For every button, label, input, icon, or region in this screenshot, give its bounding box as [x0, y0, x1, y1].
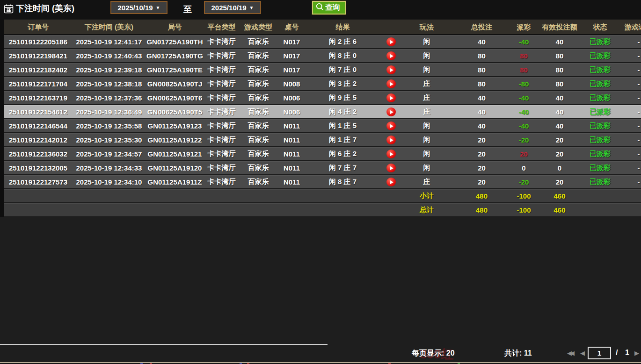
result-cell: 闲 1 庄 7 [306, 136, 379, 144]
table-row[interactable]: 251019122127573 2025-10-19 12:34:10 GN01… [4, 175, 641, 189]
replay-icon[interactable] [386, 37, 396, 46]
replay-cell [379, 65, 403, 75]
column-header-bet_time: 下注时间 (美东) [72, 23, 146, 32]
replay-icon[interactable] [386, 51, 396, 60]
table-no-cell: N017 [277, 52, 306, 60]
dropdown-arrow-icon: ▼ [156, 5, 160, 10]
page-number-input[interactable] [588, 347, 611, 359]
total-bet-cell: 80 [450, 66, 513, 74]
round-no-cell: GN00625A190T5 [146, 108, 204, 116]
table-row[interactable]: 251019122142012 2025-10-19 12:35:30 GN01… [4, 133, 641, 147]
bet-side-cell: 庄 [403, 79, 450, 88]
table-no-cell: N008 [277, 80, 306, 88]
game-type-cell: 百家乐 [240, 178, 277, 186]
replay-icon[interactable] [386, 178, 396, 186]
replay-icon[interactable] [386, 121, 396, 130]
round-no-cell: GN01125A19120 [146, 164, 204, 172]
subtotal-row: 小计 480 -100 460 [4, 189, 641, 203]
result-cell: 闲 9 庄 5 [306, 93, 379, 102]
replay-icon[interactable] [386, 164, 396, 172]
query-button[interactable]: 查询 [312, 1, 346, 14]
order-no-cell: 251019122136032 [4, 150, 72, 158]
replay-cell [379, 178, 403, 187]
bet-side-cell: 闲 [403, 51, 450, 60]
status-cell: 已派彩 [585, 136, 615, 144]
game-detail-cell: - [615, 136, 641, 144]
game-type-cell: 百家乐 [240, 107, 277, 116]
game-type-cell: 百家乐 [240, 150, 277, 158]
table-row[interactable]: 251019122136032 2025-10-19 12:34:57 GN01… [4, 147, 641, 161]
round-no-cell: GN00825A190TJ [146, 80, 204, 88]
order-no-cell: 251019122127573 [4, 178, 72, 186]
order-no-cell: 251019122146544 [4, 122, 72, 130]
table-row[interactable]: 251019122205186 2025-10-19 12:41:17 GN01… [4, 35, 641, 49]
replay-icon[interactable] [386, 150, 396, 158]
replay-cell [379, 37, 403, 47]
bet-time-cell: 2025-10-19 12:34:10 [72, 178, 146, 186]
bet-side-cell: 庄 [403, 107, 450, 116]
bet-side-cell: 庄 [403, 178, 450, 186]
status-cell: 已派彩 [585, 65, 615, 74]
column-header-detail: 游戏详情 [615, 23, 641, 32]
payout-cell: -20 [513, 136, 534, 144]
table-no-cell: N006 [277, 108, 306, 116]
bet-time-cell: 2025-10-19 12:39:18 [72, 66, 146, 74]
replay-cell [379, 107, 403, 117]
payout-cell: -40 [513, 108, 534, 116]
game-detail-cell: - [615, 150, 641, 158]
payout-cell: 80 [513, 66, 534, 74]
status-cell: 已派彩 [585, 93, 615, 102]
table-no-cell: N011 [277, 178, 306, 186]
column-header-game_type: 游戏类型 [240, 23, 277, 32]
table-row[interactable]: 251019122132005 2025-10-19 12:34:33 GN01… [4, 161, 641, 175]
result-cell: 闲 8 庄 0 [306, 51, 379, 60]
column-header-status: 状态 [585, 23, 615, 32]
table-row[interactable]: 251019122146544 2025-10-19 12:35:58 GN01… [4, 119, 641, 133]
status-cell: 已派彩 [585, 107, 615, 116]
replay-icon[interactable] [386, 79, 396, 88]
table-row[interactable]: 251019122154612 2025-10-19 12:36:49 GN00… [4, 105, 641, 119]
table-no-cell: N017 [277, 66, 306, 74]
total-bet-cell: 40 [450, 38, 513, 46]
round-no-cell: GN01725A190TH [146, 38, 204, 46]
table-row[interactable]: 251019122182402 2025-10-19 12:39:18 GN01… [4, 63, 641, 77]
round-no-cell: GN01125A19123 [146, 122, 204, 130]
replay-icon[interactable] [386, 136, 396, 144]
table-row[interactable]: 251019122163719 2025-10-19 12:37:36 GN00… [4, 91, 641, 105]
valid-bet-cell: 20 [534, 178, 585, 186]
replay-icon[interactable] [386, 65, 396, 74]
game-detail-cell: - [615, 94, 641, 102]
replay-icon[interactable] [386, 107, 396, 116]
bet-side-cell: 闲 [403, 37, 450, 46]
column-header-order_no: 订单号 [4, 23, 72, 32]
game-detail-cell: - [615, 178, 641, 186]
game-type-cell: 百家乐 [240, 136, 277, 144]
round-no-cell: GN01125A19121 [146, 150, 204, 158]
calendar-icon [4, 4, 14, 14]
status-cell: 已派彩 [585, 150, 615, 158]
date-from-select[interactable]: 2025/10/19 ▼ [110, 1, 168, 14]
table-no-cell: N011 [277, 164, 306, 172]
game-detail-cell: - [615, 122, 641, 130]
replay-icon[interactable] [386, 93, 396, 102]
replay-cell [379, 136, 403, 145]
column-header-table_no: 桌号 [277, 23, 306, 32]
next-page-icon[interactable]: ▶ [634, 350, 637, 357]
total-bet-cell: 80 [450, 52, 513, 60]
platform-cell: 卡卡湾厅 [204, 178, 240, 186]
table-row[interactable]: 251019122171704 2025-10-19 12:38:18 GN00… [4, 77, 641, 91]
order-no-cell: 251019122163719 [4, 94, 72, 102]
query-button-label: 查询 [325, 3, 340, 13]
payout-cell: 20 [513, 150, 534, 158]
table-row[interactable]: 251019122198421 2025-10-19 12:40:43 GN01… [4, 49, 641, 63]
date-to-select[interactable]: 2025/10/19 ▼ [204, 1, 261, 14]
prev-page-icon[interactable]: ◀ [580, 350, 583, 357]
result-cell: 闲 4 庄 2 [306, 107, 379, 116]
bet-side-cell: 闲 [403, 164, 450, 172]
order-no-cell: 251019122142012 [4, 136, 72, 144]
bet-records-table: 订单号下注时间 (美东)局号平台类型游戏类型桌号结果玩法总投注派彩有效投注额状态… [4, 20, 641, 217]
order-no-cell: 251019122182402 [4, 66, 72, 74]
first-page-icon[interactable]: ◀◀ [567, 350, 573, 357]
platform-cell: 卡卡湾厅 [204, 37, 240, 46]
bet-time-cell: 2025-10-19 12:36:49 [72, 108, 146, 116]
